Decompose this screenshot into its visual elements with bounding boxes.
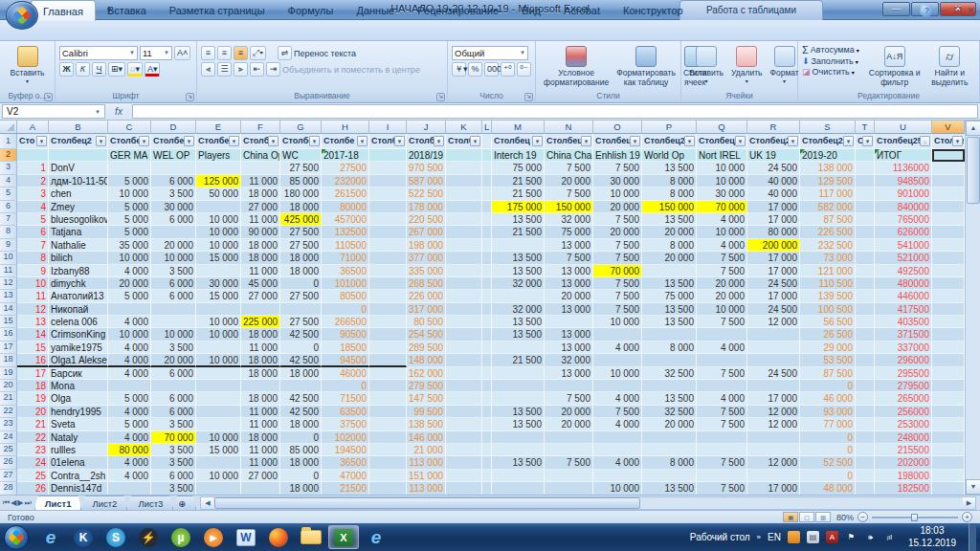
volume-icon[interactable]: 🕪 bbox=[864, 531, 877, 543]
scroll-up-icon[interactable]: ▲ bbox=[966, 121, 980, 136]
cell-I28[interactable] bbox=[369, 482, 407, 495]
cell-I27[interactable] bbox=[369, 470, 407, 482]
column-header-V[interactable]: V bbox=[932, 121, 965, 134]
cell-S21[interactable]: 46 000 bbox=[800, 392, 856, 405]
cell-G13[interactable]: 27 500 bbox=[280, 290, 322, 302]
cell-P3[interactable]: 13 500 bbox=[642, 162, 697, 174]
cell-S10[interactable]: 73 000 bbox=[800, 252, 856, 264]
cell-O10[interactable]: 7 500 bbox=[593, 252, 642, 264]
cell-A10[interactable]: 8 bbox=[17, 252, 49, 264]
cell-O18[interactable] bbox=[593, 354, 642, 366]
cell-A9[interactable]: 7 bbox=[17, 239, 49, 252]
cell-F10[interactable]: 18 000 bbox=[241, 252, 280, 264]
cell-R24[interactable] bbox=[747, 431, 800, 444]
cell-B14[interactable]: Никопай bbox=[49, 303, 108, 316]
cell-M11[interactable]: 13 500 bbox=[492, 265, 545, 277]
cell-N3[interactable]: 7 500 bbox=[545, 162, 593, 174]
cell-G23[interactable]: 18 000 bbox=[280, 418, 322, 430]
cell-E10[interactable]: 15 000 bbox=[196, 252, 241, 264]
cell-Q3[interactable]: 10 000 bbox=[697, 162, 747, 174]
cell-A27[interactable]: 25 bbox=[17, 470, 49, 482]
cell-L21[interactable] bbox=[482, 392, 492, 405]
cell-A13[interactable]: 11 bbox=[17, 290, 49, 302]
table-header-L1[interactable] bbox=[482, 134, 492, 149]
cell-N9[interactable]: 13 000 bbox=[545, 239, 593, 252]
skype-icon[interactable]: S bbox=[100, 525, 131, 549]
cell-K21[interactable] bbox=[446, 392, 482, 405]
filter-dropdown-icon[interactable]: ▼ bbox=[470, 136, 480, 146]
cell-A21[interactable]: 19 bbox=[17, 392, 49, 405]
cell-J12[interactable]: 268 500 bbox=[407, 277, 446, 290]
cell-Q19[interactable]: 7 500 bbox=[697, 367, 747, 380]
cell-L7[interactable] bbox=[482, 213, 492, 226]
cell-V26[interactable] bbox=[932, 456, 965, 469]
cell-P27[interactable] bbox=[642, 470, 697, 482]
filter-dropdown-icon[interactable]: ▼ bbox=[96, 136, 106, 146]
cell-G27[interactable]: 0 bbox=[280, 470, 322, 482]
cell-S9[interactable]: 232 500 bbox=[800, 239, 856, 252]
cell-D18[interactable]: 20 000 bbox=[151, 354, 196, 366]
selected-cell[interactable] bbox=[932, 149, 965, 162]
cell-M7[interactable]: 13 500 bbox=[492, 213, 545, 226]
cell-C15[interactable]: 4 000 bbox=[108, 316, 151, 328]
cell-K19[interactable] bbox=[446, 367, 482, 380]
column-header-A[interactable]: A bbox=[17, 121, 49, 134]
cell-O22[interactable]: 7 500 bbox=[593, 406, 642, 418]
cell-C23[interactable]: 5 000 bbox=[108, 418, 151, 430]
fill-button[interactable]: ⬇ Заполнить▾ bbox=[802, 56, 859, 66]
insert-cells-button[interactable]: Вставить▾ bbox=[685, 44, 727, 90]
cell-A11[interactable]: 9 bbox=[17, 265, 49, 277]
cell-I7[interactable] bbox=[369, 213, 407, 226]
cell-P14[interactable]: 13 500 bbox=[642, 303, 697, 316]
font-dialog-launcher-icon[interactable]: ⇲ bbox=[186, 93, 194, 101]
cell-D16[interactable]: 10 000 bbox=[151, 328, 196, 341]
cell-S4[interactable]: 129 500 bbox=[800, 175, 856, 187]
row-number[interactable]: 21 bbox=[0, 392, 17, 405]
decrease-decimal-icon[interactable]: ⁰⁻ bbox=[517, 62, 531, 77]
align-bottom-icon[interactable]: ≡ bbox=[234, 46, 248, 60]
cell-M18[interactable]: 21 500 bbox=[492, 354, 545, 366]
desktop-toolbar-label[interactable]: Рабочий стол bbox=[690, 532, 750, 542]
cell-G26[interactable]: 18 000 bbox=[280, 456, 322, 469]
align-right-icon[interactable]: ⫸ bbox=[234, 62, 248, 77]
column-header-T[interactable]: T bbox=[856, 121, 875, 134]
cell-I19[interactable] bbox=[369, 367, 407, 380]
cell-N23[interactable]: 20 000 bbox=[545, 418, 593, 430]
cell-A18[interactable]: 16 bbox=[17, 354, 49, 366]
cell-R28[interactable]: 17 000 bbox=[747, 482, 800, 495]
ribbon-tab-5[interactable]: Данные bbox=[345, 0, 406, 21]
cell-J25[interactable]: 21 000 bbox=[407, 444, 446, 456]
cell-H13[interactable]: 80500 bbox=[322, 290, 369, 302]
cell-I17[interactable] bbox=[369, 342, 407, 354]
cell-G3[interactable]: 27 500 bbox=[280, 162, 322, 174]
cell-K26[interactable] bbox=[446, 456, 482, 469]
cell-D27[interactable]: 6 000 bbox=[151, 470, 196, 482]
cell-J27[interactable]: 151 000 bbox=[407, 470, 446, 482]
cell-U3[interactable]: 1136000 bbox=[875, 162, 932, 174]
cell-K22[interactable] bbox=[446, 406, 482, 418]
cell-A12[interactable]: 10 bbox=[17, 277, 49, 290]
cell-F20[interactable] bbox=[241, 380, 280, 392]
cell-I21[interactable] bbox=[369, 392, 407, 405]
column-header-U[interactable]: U bbox=[875, 121, 932, 134]
cell-D14[interactable] bbox=[151, 303, 196, 316]
cell-F2[interactable]: China Op bbox=[241, 149, 280, 162]
cell-V27[interactable] bbox=[932, 470, 965, 482]
cell-G11[interactable]: 18 000 bbox=[280, 265, 322, 277]
cell-U15[interactable]: 403500 bbox=[875, 316, 932, 328]
cell-R15[interactable]: 12 000 bbox=[747, 316, 800, 328]
cell-N7[interactable]: 32 000 bbox=[545, 213, 593, 226]
cell-B17[interactable]: yamike1975 bbox=[49, 342, 108, 354]
cell-F18[interactable]: 18 000 bbox=[241, 354, 280, 366]
cell-R11[interactable]: 17 000 bbox=[747, 265, 800, 277]
cell-P9[interactable]: 8 000 bbox=[642, 239, 697, 252]
sheet-tab-лист2[interactable]: Лист2 bbox=[81, 496, 127, 510]
cell-D23[interactable]: 3 500 bbox=[151, 418, 196, 430]
cell-N28[interactable] bbox=[545, 482, 593, 495]
cell-L9[interactable] bbox=[482, 239, 492, 252]
cell-A24[interactable]: 22 bbox=[17, 431, 49, 444]
clock[interactable]: 18:03 15.12.2019 bbox=[902, 525, 962, 549]
cell-V13[interactable] bbox=[932, 290, 965, 302]
cell-T19[interactable] bbox=[856, 367, 875, 380]
filter-dropdown-icon[interactable]: ▼ bbox=[630, 136, 640, 146]
